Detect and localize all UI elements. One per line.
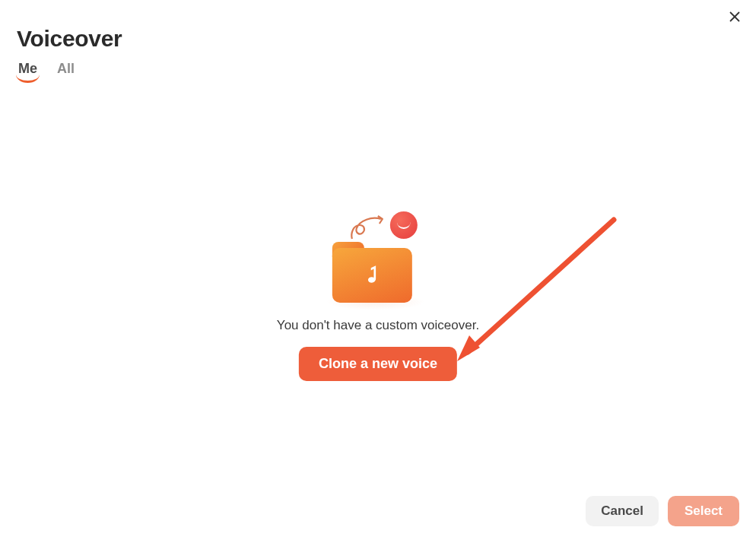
swirl-arrow-icon: [346, 214, 392, 245]
modal-header: Voiceover Me All: [0, 0, 756, 81]
cancel-button[interactable]: Cancel: [586, 496, 659, 526]
modal-title: Voiceover: [17, 26, 739, 52]
music-note-icon: [362, 264, 382, 287]
tab-all[interactable]: All: [57, 61, 75, 81]
select-button[interactable]: Select: [668, 496, 739, 526]
tabs: Me All: [17, 61, 739, 81]
svg-line-2: [468, 220, 614, 352]
empty-state-message: You don't have a custom voiceover.: [277, 318, 479, 333]
close-icon: [729, 11, 741, 23]
clone-voice-button[interactable]: Clone a new voice: [299, 347, 457, 381]
smiley-face-icon: [390, 211, 418, 239]
modal-footer: Cancel Select: [586, 496, 739, 526]
empty-state: You don't have a custom voiceover. Clone…: [277, 213, 479, 381]
close-button[interactable]: [727, 9, 742, 24]
tab-me[interactable]: Me: [18, 61, 37, 81]
empty-folder-illustration: [325, 213, 431, 304]
